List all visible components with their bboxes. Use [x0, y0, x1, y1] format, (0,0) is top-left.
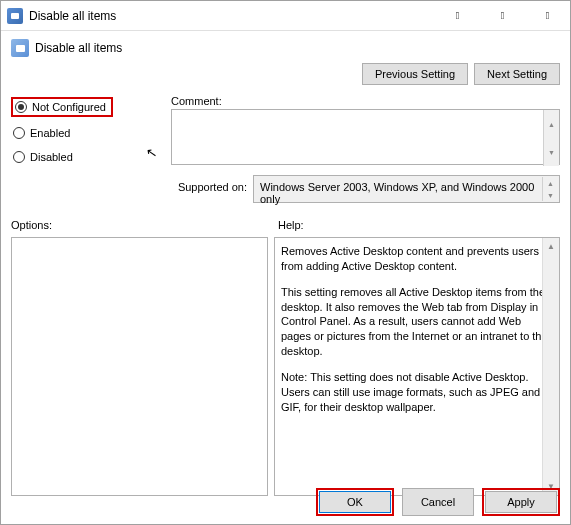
help-panel: Removes Active Desktop content and preve… — [274, 237, 560, 496]
close-button[interactable]:  — [525, 1, 570, 30]
supported-label: Supported on: — [171, 175, 247, 193]
radio-disabled[interactable]: Disabled — [11, 149, 161, 165]
dialog-window: Disable all items    Disable all item… — [0, 0, 571, 525]
apply-highlight: Apply — [482, 488, 560, 516]
radio-label: Disabled — [30, 151, 73, 163]
section-titles: Options: Help: — [11, 219, 560, 231]
titlebar: Disable all items    — [1, 1, 570, 31]
scroll-up-icon: ▲ — [543, 110, 559, 138]
radio-label: Not Configured — [32, 101, 106, 113]
scroll-down-icon: ▼ — [543, 138, 559, 166]
help-text: Removes Active Desktop content and preve… — [275, 238, 559, 431]
supported-value: Windows Server 2003, Windows XP, and Win… — [260, 181, 534, 205]
policy-small-icon — [11, 39, 29, 57]
radio-label: Enabled — [30, 127, 70, 139]
help-paragraph: Note: This setting does not disable Acti… — [281, 370, 551, 415]
comment-label: Comment: — [171, 95, 560, 107]
radio-enabled[interactable]: Enabled — [11, 125, 161, 141]
comment-scrollbar[interactable]: ▲ ▼ — [543, 110, 559, 166]
cancel-button[interactable]: Cancel — [402, 488, 474, 516]
radio-icon — [13, 151, 25, 163]
next-setting-button[interactable]: Next Setting — [474, 63, 560, 85]
help-paragraph: Removes Active Desktop content and preve… — [281, 244, 551, 274]
minimize-button[interactable]:  — [435, 1, 480, 30]
subheader: Disable all items — [11, 39, 560, 57]
supported-scrollbar[interactable]: ▲ ▼ — [542, 177, 558, 201]
main-row: Not Configured Enabled Disabled Comment: — [11, 95, 560, 203]
help-paragraph: This setting removes all Active Desktop … — [281, 285, 551, 359]
state-radio-group: Not Configured Enabled Disabled — [11, 97, 161, 165]
apply-button[interactable]: Apply — [485, 491, 557, 513]
detail-column: Comment: ▲ ▼ Supported on: Windows Serve… — [171, 95, 560, 203]
radio-not-configured[interactable]: Not Configured — [11, 97, 113, 117]
maximize-button[interactable]:  — [480, 1, 525, 30]
help-scrollbar[interactable]: ▲ ▼ — [542, 238, 559, 495]
scroll-up-icon: ▲ — [542, 177, 558, 189]
scroll-down-icon: ▼ — [542, 189, 558, 201]
options-label: Options: — [11, 219, 268, 231]
window-buttons:    — [435, 1, 570, 30]
subheader-title: Disable all items — [35, 41, 122, 55]
state-column: Not Configured Enabled Disabled — [11, 95, 161, 203]
options-panel — [11, 237, 268, 496]
radio-icon — [15, 101, 27, 113]
footer-buttons: OK Cancel Apply — [316, 488, 560, 516]
comment-textarea[interactable] — [171, 109, 560, 165]
nav-row: Previous Setting Next Setting — [11, 63, 560, 85]
ok-button[interactable]: OK — [319, 491, 391, 513]
supported-field: Windows Server 2003, Windows XP, and Win… — [253, 175, 560, 203]
window-title: Disable all items — [29, 9, 435, 23]
previous-setting-button[interactable]: Previous Setting — [362, 63, 468, 85]
policy-icon — [7, 8, 23, 24]
scroll-up-icon: ▲ — [543, 238, 559, 255]
supported-row: Supported on: Windows Server 2003, Windo… — [171, 175, 560, 203]
radio-icon — [13, 127, 25, 139]
help-label: Help: — [278, 219, 304, 231]
ok-highlight: OK — [316, 488, 394, 516]
dialog-body: Disable all items Previous Setting Next … — [1, 31, 570, 496]
panels: Removes Active Desktop content and preve… — [11, 237, 560, 496]
